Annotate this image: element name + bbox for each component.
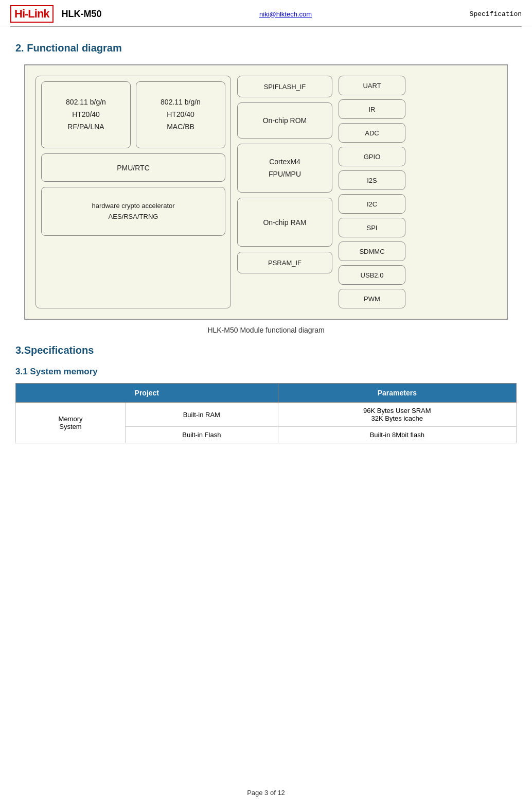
left-section: 802.11 b/g/nHT20/40RF/PA/LNA 802.11 b/g/… [36, 76, 231, 308]
iface-pwm: PWM [339, 289, 405, 308]
section3-title: 3.Specifications [15, 344, 517, 356]
header-spec-label: Specification [470, 10, 522, 18]
built-in-flash-params: Built-in 8Mbit flash [278, 427, 516, 443]
diagram-main: 802.11 b/g/nHT20/40RF/PA/LNA 802.11 b/g/… [36, 76, 496, 308]
onchip-rom-block: On-chip ROM [237, 102, 332, 139]
built-in-flash-label: Built-in Flash [126, 427, 278, 443]
table-row: MemorySystem Built-in RAM 96K Bytes User… [16, 403, 517, 427]
iface-spi: SPI [339, 218, 405, 237]
header-email: niki@hlktech.com [102, 10, 470, 18]
iface-sdmmc: SDMMC [339, 241, 405, 261]
diagram-caption: HLK-M50 Module functional diagram [207, 326, 324, 334]
iface-gpio: GPIO [339, 147, 405, 166]
iface-usb: USB2.0 [339, 265, 405, 285]
built-in-ram-params: 96K Bytes User SRAM32K Bytes icache [278, 403, 516, 427]
section31-title: 3.1 System memory [15, 367, 517, 377]
right-column: UART IR ADC GPIO I2S I2C SPI SDMMC USB2.… [339, 76, 405, 308]
footer-text: Page 3 of 12 [247, 789, 285, 797]
main-content: 2. Functional diagram 802.11 b/g/nHT20/4… [0, 27, 532, 454]
logo-area: Hi-Link HLK-M50 [10, 5, 102, 23]
psram-block: PSRAM_IF [237, 252, 332, 273]
model-name: HLK-M50 [62, 9, 102, 20]
iface-adc: ADC [339, 123, 405, 143]
mac-block: 802.11 b/g/nHT20/40MAC/BB [136, 81, 225, 148]
iface-uart: UART [339, 76, 405, 95]
logo-box: Hi-Link [10, 5, 54, 23]
built-in-ram-label: Built-in RAM [126, 403, 278, 427]
left-top-row: 802.11 b/g/nHT20/40RF/PA/LNA 802.11 b/g/… [41, 81, 225, 148]
pmu-block: PMU/RTC [41, 153, 225, 182]
section2-title: 2. Functional diagram [15, 42, 517, 54]
page-header: Hi-Link HLK-M50 niki@hlktech.com Specifi… [0, 0, 532, 26]
rf-block: 802.11 b/g/nHT20/40RF/PA/LNA [41, 81, 131, 148]
table-header-row: Project Parameters [16, 384, 517, 403]
iface-i2s: I2S [339, 170, 405, 190]
logo-text: Hi-Link [14, 7, 49, 21]
col1-header: Project [16, 384, 278, 403]
spec-table: Project Parameters MemorySystem Built-in… [15, 383, 517, 443]
diagram-wrapper: 802.11 b/g/nHT20/40RF/PA/LNA 802.11 b/g/… [15, 64, 517, 334]
memory-system-label: MemorySystem [16, 403, 126, 443]
center-column: SPIFLASH_IF On-chip ROM CortexM4FPU/MPU … [237, 76, 332, 308]
iface-ir: IR [339, 99, 405, 119]
cortex-block: CortexM4FPU/MPU [237, 144, 332, 193]
iface-i2c: I2C [339, 194, 405, 214]
col2-header: Parameters [278, 384, 516, 403]
onchip-ram-block: On-chip RAM [237, 198, 332, 247]
functional-diagram: 802.11 b/g/nHT20/40RF/PA/LNA 802.11 b/g/… [24, 64, 508, 320]
spiflash-block: SPIFLASH_IF [237, 76, 332, 97]
page-footer: Page 3 of 12 [0, 789, 532, 797]
crypto-block: hardware crypto acceleratorAES/RSA/TRNG [41, 187, 225, 236]
